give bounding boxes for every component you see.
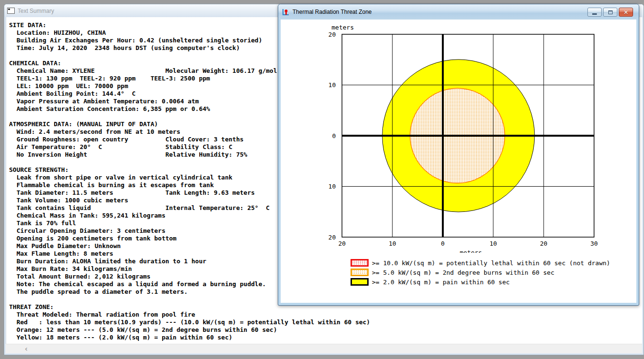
legend-swatch-red-dotted — [351, 259, 369, 267]
text-summary-line: Yellow: 18 meters --- (2.0 kW/(sq m) = p… — [9, 334, 642, 341]
legend-label: >= 2.0 kW/(sq m) = pain within 60 sec — [372, 279, 510, 286]
minimize-icon — [592, 13, 597, 15]
restore-button[interactable] — [603, 8, 617, 17]
x-tick-label: 10 — [389, 240, 396, 247]
restore-icon — [608, 10, 613, 14]
minimize-button[interactable] — [587, 8, 602, 17]
close-button[interactable]: ✕ — [619, 8, 633, 17]
scroll-left-arrow-icon[interactable]: ‹ — [18, 344, 34, 354]
x-tick-label: 30 — [590, 240, 598, 247]
legend-label: >= 10.0 kW/(sq m) = potentially lethal w… — [372, 259, 610, 267]
text-summary-title: Text Summary — [18, 8, 54, 14]
y-tick-label: 20 — [328, 31, 336, 38]
y-tick-label: 0 — [332, 132, 336, 140]
legend-swatch-yellow-solid — [351, 278, 369, 286]
thermal-threat-zone-window: Thermal Radiation Threat Zone ✕ 20100102… — [278, 4, 639, 306]
thermal-window-title: Thermal Radiation Threat Zone — [293, 9, 372, 15]
x-axis-title: meters — [460, 249, 482, 253]
threat-zone-legend: >= 10.0 kW/(sq m) = potentially lethal w… — [351, 258, 610, 287]
horizontal-scrollbar[interactable]: ‹ — [6, 344, 642, 353]
y-axis-title: meters — [332, 24, 354, 31]
legend-swatch-orange-dotted — [351, 269, 369, 276]
x-tick-label: 0 — [441, 240, 445, 247]
text-summary-line: Threat Modeled: Thermal radiation from p… — [9, 311, 642, 319]
threat-zone-chart-icon — [282, 9, 290, 16]
text-summary-line: Orange: 12 meters --- (5.0 kW/(sq m) = 2… — [9, 326, 642, 334]
close-icon: ✕ — [624, 10, 628, 15]
text-summary-line: Red : less than 10 meters(10.9 yards) --… — [9, 319, 642, 326]
legend-row: >= 10.0 kW/(sq m) = potentially lethal w… — [351, 258, 610, 268]
window-controls: ✕ — [587, 8, 633, 17]
x-tick-label: 20 — [540, 240, 547, 247]
thermal-window-titlebar[interactable]: Thermal Radiation Threat Zone ✕ — [278, 4, 639, 20]
y-tick-label: 10 — [328, 81, 336, 89]
y-tick-label: 10 — [328, 183, 336, 190]
y-tick-label: 20 — [328, 234, 336, 241]
x-tick-label: 20 — [338, 240, 346, 247]
x-tick-label: 10 — [489, 240, 497, 247]
text-document-icon — [7, 8, 15, 14]
legend-row: >= 5.0 kW/(sq m) = 2nd degree burns with… — [351, 268, 610, 277]
threat-zone-plot: 20100102020100102030metersmeters — [310, 20, 605, 253]
legend-row: >= 2.0 kW/(sq m) = pain within 60 sec — [351, 277, 610, 287]
thermal-plot-area: 20100102020100102030metersmeters >= 10.0… — [281, 20, 636, 303]
legend-label: >= 5.0 kW/(sq m) = 2nd degree burns with… — [372, 269, 555, 276]
